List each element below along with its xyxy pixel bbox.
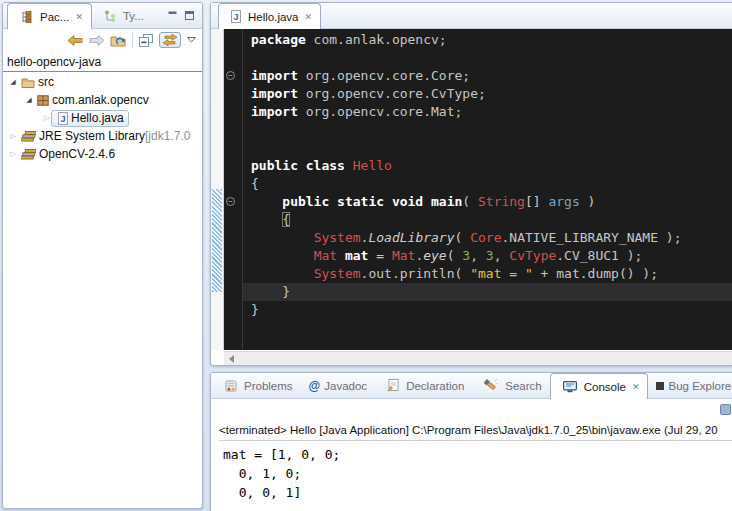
- tree-item-jre-library[interactable]: ▷ JRE System Library [jdk1.7.0: [3, 127, 202, 145]
- code-line[interactable]: public static void main( String[] args ): [251, 193, 732, 211]
- expand-arrow-icon[interactable]: ◢: [9, 78, 17, 86]
- tree-item-label: Hello.java: [71, 111, 124, 125]
- code-token: 3: [462, 248, 470, 263]
- tree-item-label: JRE System Library: [39, 129, 145, 143]
- tab-type-hierarchy[interactable]: Ty...: [92, 3, 152, 28]
- code-line[interactable]: {: [251, 175, 732, 193]
- method-range-indicator: [212, 189, 222, 292]
- code-line[interactable]: [251, 49, 732, 67]
- code-token: (: [455, 230, 471, 245]
- tab-problems[interactable]: Problems: [213, 373, 301, 398]
- code-line[interactable]: public class Hello: [251, 157, 732, 175]
- tab-hello-java[interactable]: J Hello.java ✕: [218, 3, 321, 29]
- code-token: =: [368, 248, 391, 263]
- tab-console-label: Console: [584, 381, 626, 393]
- code-line[interactable]: Mat mat = Mat.eye( 3, 3, CvType.CV_8UC1 …: [251, 247, 732, 265]
- horizontal-scrollbar[interactable]: [224, 351, 732, 365]
- minimize-icon[interactable]: [168, 11, 177, 20]
- code-token: Core: [470, 230, 501, 245]
- fold-collapse-icon[interactable]: −: [226, 71, 235, 80]
- code-line[interactable]: package com.anlak.opencv;: [251, 31, 732, 49]
- collapse-arrow-icon[interactable]: ▷: [9, 132, 17, 140]
- tree-item-src[interactable]: ◢ src: [3, 73, 202, 91]
- code-line[interactable]: }: [243, 283, 732, 301]
- code-token: import: [251, 104, 298, 119]
- code-token: [251, 194, 282, 209]
- console-line: 0, 1, 0;: [223, 464, 732, 483]
- code-token: org.opencv.core.CvType;: [298, 86, 486, 101]
- scroll-left-icon[interactable]: [229, 355, 234, 363]
- tab-problems-label: Problems: [244, 380, 293, 392]
- tab-bug-explorer[interactable]: Bug Explorer: [648, 373, 732, 398]
- source-folder-icon: [21, 77, 35, 88]
- collapse-arrow-icon[interactable]: ▷: [9, 150, 17, 158]
- library-icon: [21, 131, 36, 142]
- tab-package-explorer[interactable]: Pac... ✕: [7, 3, 92, 29]
- code-token: [251, 248, 314, 263]
- tab-bug-explorer-label: Bug Explorer: [668, 380, 732, 392]
- code-line[interactable]: System.out.println( "mat = " + mat.dump(…: [251, 265, 732, 283]
- tab-hello-java-label: Hello.java: [248, 11, 299, 23]
- view-menu-icon[interactable]: [187, 37, 196, 43]
- code-token: .NATIVE_LIBRARY_NAME );: [501, 230, 681, 245]
- code-token: import: [251, 86, 298, 101]
- code-editor[interactable]: −− package com.anlak.opencv;import org.o…: [211, 29, 732, 350]
- annotation-ruler[interactable]: [211, 29, 224, 350]
- tab-console[interactable]: Console ✕: [550, 373, 649, 399]
- code-token: System: [314, 266, 361, 281]
- tree-item-project[interactable]: hello-opencv-java: [3, 53, 202, 71]
- code-line[interactable]: System.LoadLibrary( Core.NATIVE_LIBRARY_…: [251, 229, 732, 247]
- forward-icon[interactable]: [89, 35, 104, 46]
- expand-arrow-icon[interactable]: ◢: [25, 96, 33, 104]
- svg-text:J: J: [233, 12, 238, 22]
- tab-javadoc[interactable]: @ Javadoc: [301, 373, 376, 398]
- package-explorer-toolbar: [3, 29, 202, 51]
- fold-collapse-icon[interactable]: −: [226, 197, 235, 206]
- link-with-editor-icon[interactable]: [159, 32, 181, 48]
- code-line[interactable]: import org.opencv.core.CvType;: [251, 85, 732, 103]
- tree-item-opencv-library[interactable]: ▷ OpenCV-2.4.6: [3, 145, 202, 163]
- tree-item-package[interactable]: ◢ com.anlak.opencv: [3, 91, 202, 109]
- collapse-all-icon[interactable]: [139, 34, 153, 47]
- code-token: org.opencv.core.Mat;: [298, 104, 462, 119]
- package-explorer-tabstrip: Pac... ✕ Ty...: [3, 3, 202, 29]
- tree-item-hello-java[interactable]: ▷ J Hello.java: [3, 109, 202, 127]
- collapse-arrow-icon[interactable]: ▷: [43, 114, 51, 122]
- close-icon[interactable]: ✕: [632, 382, 640, 392]
- code-token: mat: [345, 248, 368, 263]
- tab-type-hierarchy-label: Ty...: [123, 10, 144, 22]
- up-icon[interactable]: [110, 34, 126, 47]
- code-line[interactable]: {: [251, 211, 732, 229]
- console-line: mat = [1, 0, 0;: [223, 445, 732, 464]
- code-token: [251, 230, 314, 245]
- toolbar-separator: [132, 33, 133, 47]
- code-line[interactable]: import org.opencv.core.Mat;: [251, 103, 732, 121]
- code-area[interactable]: package com.anlak.opencv;import org.open…: [242, 29, 732, 350]
- back-icon[interactable]: [68, 35, 83, 46]
- code-line[interactable]: }: [251, 301, 732, 319]
- close-icon[interactable]: ✕: [75, 12, 83, 22]
- maximize-icon[interactable]: [185, 11, 194, 20]
- code-token: + mat.dump() );: [533, 266, 658, 281]
- tab-declaration[interactable]: Declaration: [375, 373, 472, 398]
- folding-column[interactable]: −−: [224, 29, 242, 350]
- console-output[interactable]: mat = [1, 0, 0; 0, 1, 0; 0, 0, 1]: [211, 441, 732, 502]
- declaration-icon: [387, 379, 399, 392]
- tab-search[interactable]: Search: [472, 373, 549, 398]
- code-token: ,: [470, 248, 486, 263]
- console-line: 0, 0, 1]: [223, 483, 732, 502]
- code-token: String: [478, 194, 525, 209]
- package-icon: [37, 95, 49, 106]
- library-icon: [21, 149, 36, 160]
- console-display-icon[interactable]: [720, 404, 731, 415]
- code-token: [251, 266, 314, 281]
- tab-declaration-label: Declaration: [406, 380, 464, 392]
- code-token: (: [462, 194, 478, 209]
- code-line[interactable]: [251, 121, 732, 139]
- close-icon[interactable]: ✕: [305, 12, 313, 22]
- tree-item-label: com.anlak.opencv: [52, 93, 149, 107]
- editor-panel: J Hello.java ✕ −− package com.anlak.open…: [210, 2, 732, 366]
- tab-search-label: Search: [505, 380, 541, 392]
- code-line[interactable]: [251, 139, 732, 157]
- code-line[interactable]: import org.opencv.core.Core;: [251, 67, 732, 85]
